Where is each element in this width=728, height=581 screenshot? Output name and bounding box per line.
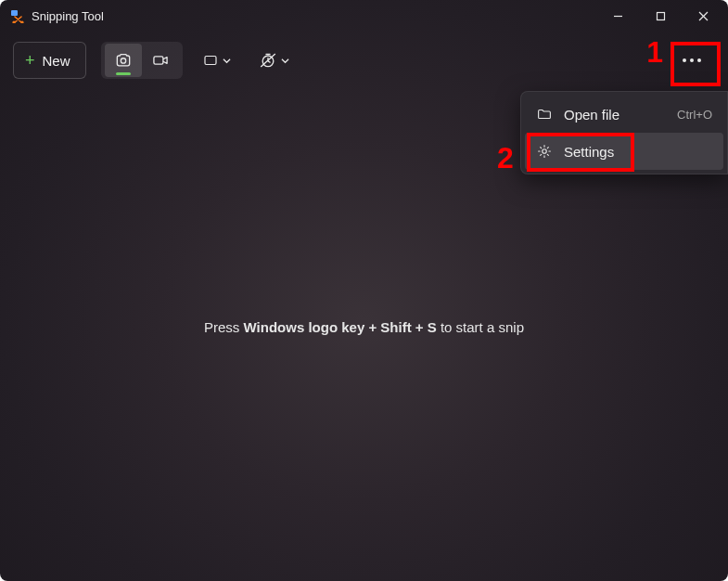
app-window: Snipping Tool + New: [0, 0, 728, 581]
svg-rect-4: [657, 12, 664, 19]
folder-icon: [536, 106, 553, 123]
maximize-button[interactable]: [639, 0, 682, 32]
delay-dropdown[interactable]: [251, 42, 298, 79]
menu-item-label: Open file: [564, 107, 666, 123]
window-controls: [596, 0, 724, 32]
chevron-down-icon: [223, 57, 231, 65]
photo-mode-button[interactable]: [105, 44, 142, 77]
hint-text: Press Windows logo key + Shift + S to st…: [0, 319, 728, 335]
svg-point-12: [543, 149, 547, 154]
svg-rect-8: [153, 57, 162, 64]
svg-point-1: [12, 20, 15, 23]
svg-point-7: [121, 58, 125, 63]
svg-rect-0: [11, 10, 18, 16]
app-title: Snipping Tool: [32, 9, 104, 23]
new-button-label: New: [43, 53, 70, 69]
gear-icon: [536, 143, 553, 160]
svg-rect-9: [205, 57, 216, 65]
dots-icon: [683, 58, 686, 62]
menu-item-open-file[interactable]: Open file Ctrl+O: [525, 96, 723, 133]
plus-icon: +: [25, 52, 35, 69]
svg-point-2: [20, 20, 23, 23]
chevron-down-icon: [281, 57, 289, 65]
menu-item-shortcut: Ctrl+O: [677, 108, 712, 122]
more-options-menu: Open file Ctrl+O Settings: [520, 91, 728, 174]
close-button[interactable]: [682, 0, 724, 32]
new-button[interactable]: + New: [13, 42, 86, 79]
more-options-button[interactable]: [672, 44, 711, 77]
app-icon: [9, 8, 24, 23]
minimize-button[interactable]: [596, 0, 639, 32]
toolbar: + New: [0, 32, 728, 89]
annotation-number-2: 2: [497, 141, 514, 175]
title-bar[interactable]: Snipping Tool: [0, 0, 728, 32]
menu-item-label: Settings: [564, 144, 712, 160]
menu-item-settings[interactable]: Settings: [525, 133, 723, 170]
snip-shape-dropdown[interactable]: [194, 42, 240, 79]
capture-mode-group: [101, 42, 183, 79]
video-mode-button[interactable]: [142, 44, 179, 77]
